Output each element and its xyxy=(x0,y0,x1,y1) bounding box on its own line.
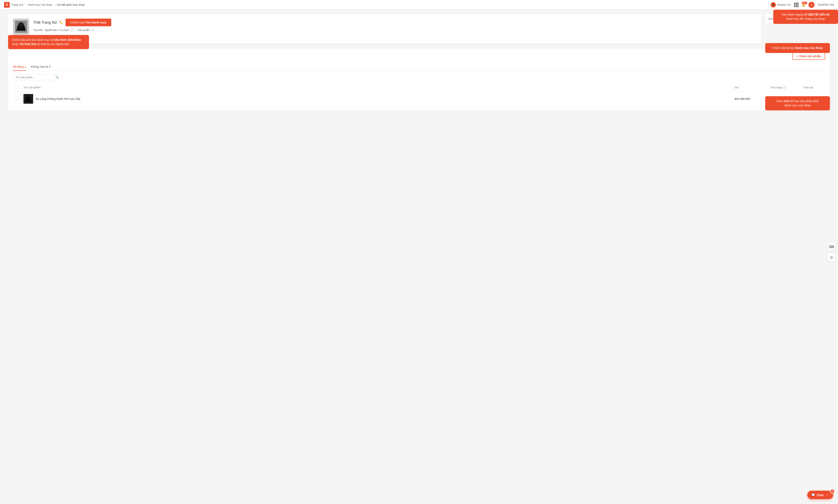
breadcrumb-sep1: > xyxy=(25,3,26,6)
tab-invalid-label: Không hợp lệ xyxy=(31,65,48,68)
table-row: Áo Lông Chống Nước Nữ Cao Cấp đ15.000.00… xyxy=(13,92,825,106)
col-name-header: Tên sản phẩm xyxy=(21,84,732,92)
breadcrumb-shop-category[interactable]: Danh mục của Shop xyxy=(28,3,52,6)
tab-published[interactable]: Đã đăng 1 xyxy=(13,63,26,71)
shopee-uni-label: Shopee Uni xyxy=(777,3,791,6)
category-info: Thời Trang Nữ ✏️ Chỉnh sửa Tên Danh mục … xyxy=(33,19,756,32)
breadcrumb-sep2: > xyxy=(54,3,55,6)
top-row: 🖼 🖥 Thời Trang Nữ ✏️ Chỉnh sửa Tên Danh … xyxy=(8,14,830,44)
tooltip-delete-text1: Chọn xyxy=(776,100,784,103)
section-header: + Thêm sản phẩm xyxy=(13,53,825,60)
product-count-value: 1 xyxy=(92,29,94,32)
tab-invalid[interactable]: Không hợp lệ 3 xyxy=(31,63,51,71)
col-price-header: Giá xyxy=(732,84,768,92)
breadcrumb-area: S Trang chủ > Danh mục của Shop > Chi ti… xyxy=(4,2,85,8)
category-header: 🖼 🖥 Thời Trang Nữ ✏️ Chỉnh sửa Tên Danh … xyxy=(13,19,756,35)
product-count-label: Sản phẩm: xyxy=(78,29,91,32)
main-left: 🖼 🖥 Thời Trang Nữ ✏️ Chỉnh sửa Tên Danh … xyxy=(8,14,761,44)
edit-name-btn-normal: Chỉnh sửa xyxy=(70,21,85,24)
chat-badge: 25 xyxy=(830,489,835,494)
category-image-wrapper: 🖼 🖥 xyxy=(13,19,29,35)
category-card: 🖼 🖥 Thời Trang Nữ ✏️ Chỉnh sửa Tên Danh … xyxy=(8,14,761,44)
product-cover-image xyxy=(15,21,27,33)
tooltip-delete-text2: để loại sản phẩm khỏi xyxy=(789,100,819,103)
search-bar: 🔍 xyxy=(13,74,61,80)
header-right: 🎓 Shopee Uni 🔔 99+ S SHOPEE UNI xyxy=(771,2,834,8)
settings-icon-button[interactable]: ◎ xyxy=(827,253,836,262)
search-icon: 🔍 xyxy=(55,76,59,79)
product-price: đ15.000.000 xyxy=(732,92,768,106)
product-name: Áo Lông Chống Nước Nữ Cao Cấp xyxy=(36,97,80,101)
category-image xyxy=(13,19,29,35)
tooltip-image-bold1: Kho Hình ảnh/Video xyxy=(54,38,81,41)
tab-invalid-count: 3 xyxy=(49,65,50,68)
tooltip-delete: Chọn Xoá để loại sản phẩm khỏi Danh mục … xyxy=(765,96,830,110)
add-product-button[interactable]: + Thêm sản phẩm xyxy=(792,53,825,60)
grid-apps-icon[interactable] xyxy=(794,3,799,7)
edit-name-button[interactable]: Chỉnh sửa Tên Danh mục xyxy=(66,19,111,26)
tooltip-image: Chỉnh sửa ảnh bìa Danh mục từ Kho Hình ả… xyxy=(8,35,89,49)
user-avatar: S xyxy=(808,2,815,8)
category-meta: Tạo bởi: Người bán | Tự chọn ? | Sản phẩ… xyxy=(33,28,756,32)
chat-label: Chat xyxy=(817,493,823,497)
tooltip-filter-text1: Chỉnh sửa bộ lọc xyxy=(772,46,795,50)
created-by-label: Tạo bởi: xyxy=(33,29,43,32)
category-name-row: Thời Trang Nữ ✏️ Chỉnh sửa Tên Danh mục xyxy=(33,19,756,26)
chat-button[interactable]: 💬 Chat 25 ⤢ xyxy=(807,491,833,499)
tooltip-image-bold2: Tải hình ảnh xyxy=(19,42,36,46)
help-icon[interactable]: ? xyxy=(70,28,74,32)
username-label: SHOPEE UNI xyxy=(818,3,834,6)
product-thumbnail xyxy=(23,94,33,104)
edit-name-icon-button[interactable]: ✏️ xyxy=(59,20,64,25)
tab-published-label: Đã đăng xyxy=(13,65,24,68)
table-body: Áo Lông Chống Nước Nữ Cao Cấp đ15.000.00… xyxy=(13,92,825,106)
category-name: Thời Trang Nữ xyxy=(33,20,57,25)
tooltip-filter: Chỉnh sửa bộ lọc Danh mục của Shop xyxy=(765,43,830,53)
notification-badge: 99+ xyxy=(802,2,807,4)
tooltip-toggle-text2: Danh mục lên Trang của Shop xyxy=(786,17,825,20)
notification-button[interactable]: 🔔 99+ xyxy=(802,3,805,6)
product-name-cell: Áo Lông Chống Nước Nữ Cao Cấp xyxy=(23,94,730,104)
col-action-header: Thao tác xyxy=(801,84,825,92)
keyboard-icon: ⌨ xyxy=(829,245,834,249)
product-table: Tên sản phẩm Giá Kho hàng ? Thao tác xyxy=(13,84,825,106)
header: S Trang chủ > Danh mục của Shop > Chi ti… xyxy=(0,0,838,10)
search-input[interactable] xyxy=(16,76,55,79)
col-stock-header: Kho hàng ? xyxy=(768,84,801,92)
shopee-logo: S xyxy=(4,2,10,8)
tooltip-toggle-text1: Kéo thanh ngang để xyxy=(782,13,808,16)
stock-help-icon[interactable]: ? xyxy=(783,86,786,89)
shopee-uni-icon: 🎓 xyxy=(771,2,776,7)
select-all-checkbox[interactable] xyxy=(15,86,19,89)
table-header: Tên sản phẩm Giá Kho hàng ? Thao tác xyxy=(13,84,825,92)
content-area: 🖼 🖥 Thời Trang Nữ ✏️ Chỉnh sửa Tên Danh … xyxy=(8,14,830,110)
tooltip-image-text3: từ thiết bị của Người bán xyxy=(36,42,69,46)
breadcrumb-current: Chi tiết danh mục Shop xyxy=(57,3,85,6)
products-section: + Thêm sản phẩm Đã đăng 1 Không hợp lệ 3… xyxy=(8,49,830,110)
shopee-uni-button[interactable]: 🎓 Shopee Uni xyxy=(771,2,791,7)
tooltip-delete-bold: Xoá xyxy=(784,100,789,103)
chat-icon: 💬 xyxy=(811,493,815,497)
created-by-value: Người bán | Tự chọn xyxy=(45,29,69,32)
right-sidebar: ⌨ ◎ xyxy=(827,243,836,262)
chat-expand-button[interactable]: ⤢ xyxy=(825,493,829,497)
page-wrapper: Kéo thanh ngang để Bật/Tắt hiển thị Danh… xyxy=(0,10,838,504)
tooltip-toggle-bold: Bật/Tắt hiển thị xyxy=(808,13,830,16)
row-checkbox[interactable] xyxy=(15,97,19,100)
tooltip-toggle: Kéo thanh ngang để Bật/Tắt hiển thị Danh… xyxy=(773,10,838,24)
col-stock-label: Kho hàng xyxy=(771,86,782,89)
keyboard-icon-button[interactable]: ⌨ xyxy=(827,243,836,251)
tabs: Đã đăng 1 Không hợp lệ 3 xyxy=(13,63,825,71)
breadcrumb-home[interactable]: Trang chủ xyxy=(11,3,23,6)
settings-icon: ◎ xyxy=(830,255,833,259)
tab-published-count: 1 xyxy=(24,65,26,68)
tooltip-image-text1: Chỉnh sửa ảnh bìa Danh mục từ xyxy=(12,38,54,41)
tooltip-delete-text3: Danh mục của Shop xyxy=(784,104,810,107)
tooltip-filter-bold: Danh mục của Shop xyxy=(795,46,823,50)
tooltip-image-text2: hoặc xyxy=(12,42,19,46)
edit-name-btn-bold: Tên Danh mục xyxy=(85,21,106,24)
